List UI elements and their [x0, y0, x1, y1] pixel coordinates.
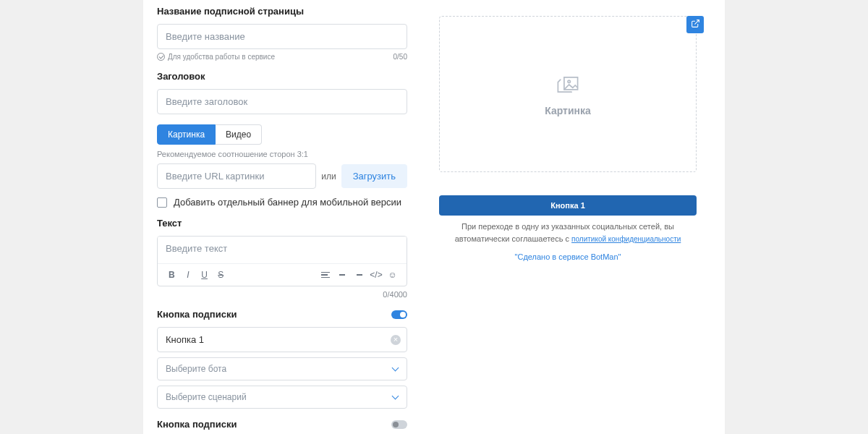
code-button[interactable]: </>	[369, 267, 384, 283]
upload-button[interactable]: Загрузить	[341, 164, 407, 188]
tab-video[interactable]: Видео	[216, 124, 262, 145]
page-name-label: Название подписной страницы	[157, 6, 407, 17]
svg-point-1	[568, 80, 570, 82]
page-name-input[interactable]	[157, 24, 407, 49]
button1-toggle[interactable]	[391, 310, 407, 319]
clear-button1-icon[interactable]	[391, 335, 401, 345]
image-url-input[interactable]	[157, 163, 316, 189]
italic-button[interactable]: I	[181, 267, 196, 283]
disclaimer-text: При переходе в одну из указанных социаль…	[439, 221, 697, 244]
button2-label: Кнопка подписки	[157, 419, 237, 430]
emoji-button[interactable]: ☺	[385, 267, 400, 283]
image-placeholder-icon	[556, 72, 580, 97]
heading-input[interactable]	[157, 89, 407, 114]
heading-label: Заголовок	[157, 71, 407, 82]
svg-line-0	[694, 20, 699, 25]
preview-button-1[interactable]: Кнопка 1	[439, 195, 697, 216]
check-icon	[157, 53, 165, 61]
chevron-down-icon	[391, 393, 399, 401]
ratio-hint: Рекомендуемое соотношение сторон 3:1	[157, 150, 407, 158]
button1-label: Кнопка подписки	[157, 309, 237, 320]
mobile-banner-checkbox[interactable]	[157, 197, 167, 208]
text-input[interactable]	[158, 237, 407, 261]
botman-credit: "Сделано в сервисе BotMan"	[439, 252, 697, 261]
preview-placeholder-label: Картинка	[545, 105, 591, 116]
underline-button[interactable]: U	[197, 267, 212, 283]
strike-button[interactable]: S	[213, 267, 229, 283]
button2-toggle[interactable]	[391, 420, 407, 429]
privacy-link[interactable]: политикой конфиденциальности	[571, 235, 681, 243]
open-preview-button[interactable]	[686, 16, 704, 33]
tab-image[interactable]: Картинка	[157, 124, 216, 145]
select-bot[interactable]: Выберите бота	[157, 357, 407, 380]
align-center-button[interactable]	[334, 267, 349, 283]
bold-button[interactable]: B	[164, 267, 179, 283]
text-counter: 0/4000	[157, 290, 407, 299]
text-label: Текст	[157, 218, 407, 229]
or-text: или	[321, 171, 336, 182]
name-counter: 0/50	[393, 53, 407, 61]
external-link-icon	[691, 19, 700, 30]
chevron-down-icon	[391, 365, 399, 373]
mobile-banner-label: Добавить отдельный баннер для мобильной …	[174, 197, 401, 208]
align-left-button[interactable]	[318, 267, 333, 283]
select-scenario[interactable]: Выберите сценарий	[157, 386, 407, 409]
name-hint: Для удобства работы в сервисе	[168, 53, 275, 61]
align-right-button[interactable]	[351, 267, 366, 283]
image-preview-placeholder: Картинка	[439, 16, 697, 172]
button1-text-input[interactable]	[157, 327, 407, 352]
